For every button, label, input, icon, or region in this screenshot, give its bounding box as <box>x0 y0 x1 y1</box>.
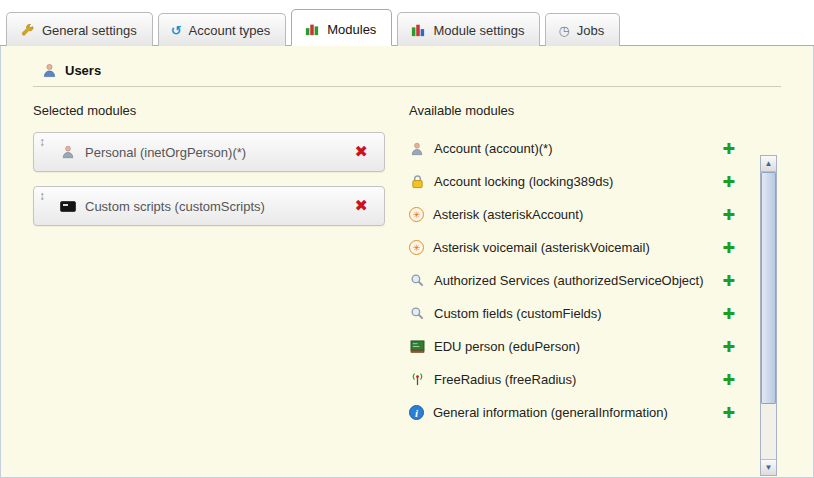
tab-modules[interactable]: Modules <box>291 9 392 46</box>
modules-panel: Users Selected modules ↕ Personal (inetO… <box>0 46 814 478</box>
available-module-custom-fields: Custom fields (customFields) ✚ <box>409 297 735 330</box>
available-module-label: EDU person (eduPerson) <box>434 339 580 354</box>
available-module-label: General information (generalInformation) <box>433 405 668 420</box>
available-modules-heading: Available modules <box>409 103 781 118</box>
section-divider <box>33 86 781 87</box>
modules-icon <box>304 21 320 37</box>
tab-general-settings[interactable]: General settings <box>6 12 153 46</box>
tab-module-settings[interactable]: Module settings <box>397 12 540 46</box>
scroll-down-button[interactable]: ▼ <box>761 459 776 475</box>
add-module-icon[interactable]: ✚ <box>722 306 735 321</box>
add-module-icon[interactable]: ✚ <box>722 141 735 156</box>
available-module-label: Account (account)(*) <box>434 141 553 156</box>
selected-module-custom-scripts[interactable]: ↕ Custom scripts (customScripts) ✖ <box>33 186 385 226</box>
available-module-label: Custom fields (customFields) <box>434 306 602 321</box>
selected-module-personal[interactable]: ↕ Personal (inetOrgPerson)(*) ✖ <box>33 132 385 172</box>
add-module-icon[interactable]: ✚ <box>722 339 735 354</box>
scroll-up-button[interactable]: ▲ <box>761 156 776 172</box>
user-icon <box>41 62 57 78</box>
tab-label: General settings <box>42 23 137 38</box>
tab-account-types[interactable]: ↺ Account types <box>158 13 287 46</box>
available-module-general-information: i General information (generalInformatio… <box>409 396 735 429</box>
add-module-icon[interactable]: ✚ <box>722 405 735 420</box>
tab-label: Jobs <box>577 23 604 38</box>
blackboard-icon <box>409 339 425 355</box>
selected-module-label: Personal (inetOrgPerson)(*) <box>85 145 246 160</box>
scrollbar-track[interactable] <box>761 172 776 459</box>
add-module-icon[interactable]: ✚ <box>722 240 735 255</box>
magnifier-icon <box>409 273 425 289</box>
selected-modules-heading: Selected modules <box>33 103 385 118</box>
person-icon <box>60 144 76 160</box>
remove-module-icon[interactable]: ✖ <box>355 144 368 160</box>
scrollbar-thumb[interactable] <box>761 172 776 404</box>
available-module-asterisk: ✳ Asterisk (asteriskAccount) ✚ <box>409 198 735 231</box>
available-module-label: FreeRadius (freeRadius) <box>434 372 576 387</box>
asterisk-icon: ✳ <box>409 207 424 222</box>
available-modules-scrollbar: ▲ ▼ <box>760 155 777 476</box>
person-icon <box>409 141 425 157</box>
add-module-icon[interactable]: ✚ <box>722 372 735 387</box>
available-modules-list: Account (account)(*) ✚ Account locking (… <box>409 132 781 429</box>
magnifier-icon <box>409 306 425 322</box>
lock-icon <box>409 174 425 190</box>
users-section-title: Users <box>65 63 101 78</box>
available-modules-column: Available modules Account (account)(*) ✚… <box>409 103 781 429</box>
antenna-icon <box>409 372 425 388</box>
tab-label: Account types <box>189 23 271 38</box>
available-module-account: Account (account)(*) ✚ <box>409 132 735 165</box>
add-module-icon[interactable]: ✚ <box>722 174 735 189</box>
users-section-header: Users <box>41 62 781 78</box>
available-module-label: Asterisk (asteriskAccount) <box>433 207 583 222</box>
terminal-icon <box>60 201 76 212</box>
available-module-asterisk-voicemail: ✳ Asterisk voicemail (asteriskVoicemail)… <box>409 231 735 264</box>
available-module-freeradius: FreeRadius (freeRadius) ✚ <box>409 363 735 396</box>
tab-bar: General settings ↺ Account types Modules… <box>0 0 814 46</box>
wrench-icon <box>19 22 35 38</box>
asterisk-icon: ✳ <box>409 240 424 255</box>
info-icon: i <box>409 405 424 420</box>
drag-handle-icon[interactable]: ↕ <box>39 189 45 203</box>
available-module-account-locking: Account locking (locking389ds) ✚ <box>409 165 735 198</box>
available-module-label: Authorized Services (authorizedServiceOb… <box>434 273 704 288</box>
module-settings-icon <box>410 22 426 38</box>
selected-modules-column: Selected modules ↕ Personal (inetOrgPers… <box>33 103 385 429</box>
remove-module-icon[interactable]: ✖ <box>355 198 368 214</box>
available-module-label: Account locking (locking389ds) <box>434 174 613 189</box>
add-module-icon[interactable]: ✚ <box>722 207 735 222</box>
available-module-edu-person: EDU person (eduPerson) ✚ <box>409 330 735 363</box>
drag-handle-icon[interactable]: ↕ <box>39 135 45 149</box>
clock-icon: ◷ <box>558 24 569 37</box>
tab-jobs[interactable]: ◷ Jobs <box>545 13 620 46</box>
tab-label: Module settings <box>433 23 524 38</box>
available-module-label: Asterisk voicemail (asteriskVoicemail) <box>433 240 650 255</box>
refresh-gear-icon: ↺ <box>171 24 182 37</box>
available-module-authorized-services: Authorized Services (authorizedServiceOb… <box>409 264 735 297</box>
selected-module-label: Custom scripts (customScripts) <box>85 199 265 214</box>
tab-label: Modules <box>327 22 376 37</box>
add-module-icon[interactable]: ✚ <box>722 273 735 288</box>
